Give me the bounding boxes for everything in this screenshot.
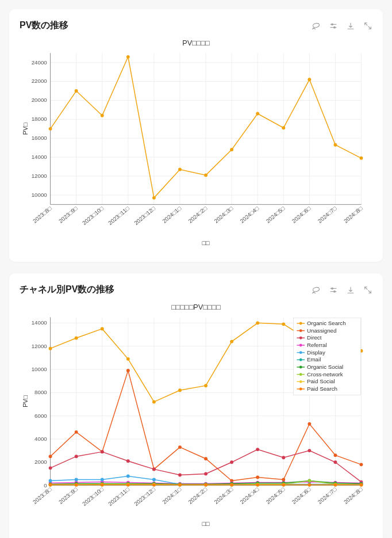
y-tick-label: 4000 [34, 436, 47, 442]
x-tick-label: 2024□7□ [317, 205, 338, 224]
chart-title: □□□□□PV□□□□ [171, 303, 221, 311]
data-point[interactable] [308, 422, 311, 426]
data-point[interactable] [126, 475, 130, 478]
data-point[interactable] [204, 472, 207, 476]
data-point[interactable] [334, 454, 337, 457]
data-point[interactable] [282, 478, 285, 482]
data-point[interactable] [126, 55, 130, 59]
legend-marker [299, 344, 302, 347]
legend-label[interactable]: Paid Search [307, 386, 337, 392]
data-point[interactable] [49, 127, 52, 131]
data-point[interactable] [308, 78, 311, 81]
data-point[interactable] [101, 451, 104, 454]
data-point[interactable] [126, 357, 130, 361]
data-point[interactable] [256, 483, 259, 487]
legend-marker [299, 330, 302, 333]
download-icon[interactable] [346, 285, 355, 295]
data-point[interactable] [49, 347, 52, 350]
data-point[interactable] [49, 479, 52, 483]
data-point[interactable] [308, 483, 311, 487]
data-point[interactable] [256, 448, 259, 452]
data-point[interactable] [49, 455, 52, 459]
data-point[interactable] [178, 389, 182, 392]
legend-label[interactable]: Paid Social [307, 379, 335, 385]
data-point[interactable] [75, 478, 78, 482]
data-point[interactable] [230, 148, 233, 151]
legend-marker [299, 366, 302, 369]
pv-line-chart[interactable]: PV□□□□1000012000140001600018000200002200… [20, 36, 372, 249]
settings-sliders-icon[interactable] [329, 21, 338, 30]
data-point[interactable] [282, 126, 285, 129]
data-point[interactable] [152, 478, 156, 482]
data-point[interactable] [360, 483, 363, 487]
x-tick-label: 2024□4□ [239, 486, 260, 505]
data-point[interactable] [334, 143, 337, 147]
channel-pv-line-chart[interactable]: □□□□□PV□□□□02000400060008000100001200014… [20, 300, 372, 531]
data-point[interactable] [204, 384, 207, 388]
data-point[interactable] [360, 463, 363, 467]
data-point[interactable] [282, 323, 285, 326]
legend-label[interactable]: Organic Social [307, 364, 343, 370]
legend-label[interactable]: Cross-network [307, 371, 343, 377]
x-tick-label: 2023□9□ [57, 486, 79, 505]
data-point[interactable] [282, 483, 285, 487]
card-title: チャネル別PV数の推移 [20, 284, 114, 296]
legend-label[interactable]: Referral [307, 342, 327, 348]
data-point[interactable] [126, 483, 130, 487]
x-tick-label: 2023□11□ [107, 486, 130, 508]
lasso-select-icon[interactable] [312, 285, 321, 295]
data-point[interactable] [101, 114, 104, 117]
data-point[interactable] [230, 483, 233, 487]
data-point[interactable] [308, 449, 311, 453]
x-tick-label: 2024□8□ [343, 486, 364, 505]
expand-icon[interactable] [363, 285, 372, 295]
data-point[interactable] [178, 168, 182, 171]
data-point[interactable] [204, 483, 207, 487]
data-point[interactable] [308, 479, 311, 483]
data-point[interactable] [178, 474, 182, 477]
data-point[interactable] [178, 445, 182, 449]
data-point[interactable] [75, 430, 78, 434]
data-point[interactable] [256, 112, 259, 116]
data-point[interactable] [152, 483, 156, 487]
data-point[interactable] [334, 483, 337, 487]
y-tick-label: 10000 [32, 192, 48, 198]
data-point[interactable] [101, 483, 104, 487]
data-point[interactable] [334, 461, 337, 464]
data-point[interactable] [126, 369, 130, 372]
data-point[interactable] [152, 400, 156, 404]
legend-label[interactable]: Organic Search [307, 320, 346, 326]
settings-sliders-icon[interactable] [329, 285, 338, 295]
data-point[interactable] [204, 457, 207, 461]
data-point[interactable] [75, 337, 78, 340]
data-point[interactable] [230, 461, 233, 464]
data-point[interactable] [152, 196, 156, 200]
legend-label[interactable]: Email [307, 357, 321, 363]
data-point[interactable] [282, 456, 285, 460]
data-point[interactable] [256, 476, 259, 479]
data-point[interactable] [49, 467, 52, 470]
data-point[interactable] [360, 157, 363, 160]
chart-container: □□□□□PV□□□□02000400060008000100001200014… [20, 300, 372, 531]
download-icon[interactable] [346, 21, 355, 30]
card-header: PV数の推移 [20, 20, 372, 32]
legend-label[interactable]: Unassigned [307, 327, 336, 334]
data-point[interactable] [152, 468, 156, 471]
chart-card-pv: PV数の推移 PV□□□□100001200014000160001800020… [9, 9, 383, 262]
legend-label[interactable]: Display [307, 349, 325, 356]
data-point[interactable] [75, 89, 78, 93]
data-point[interactable] [256, 322, 259, 325]
legend-label[interactable]: Direct [307, 335, 322, 341]
x-tick-label: 2023□11□ [107, 205, 130, 226]
data-point[interactable] [204, 173, 207, 177]
lasso-select-icon[interactable] [312, 21, 321, 30]
data-point[interactable] [101, 478, 104, 482]
data-point[interactable] [126, 460, 130, 463]
data-point[interactable] [75, 455, 78, 459]
data-point[interactable] [75, 483, 78, 487]
data-point[interactable] [230, 340, 233, 344]
data-point[interactable] [49, 483, 52, 487]
expand-icon[interactable] [363, 21, 372, 30]
data-point[interactable] [101, 327, 104, 331]
data-point[interactable] [178, 483, 182, 487]
